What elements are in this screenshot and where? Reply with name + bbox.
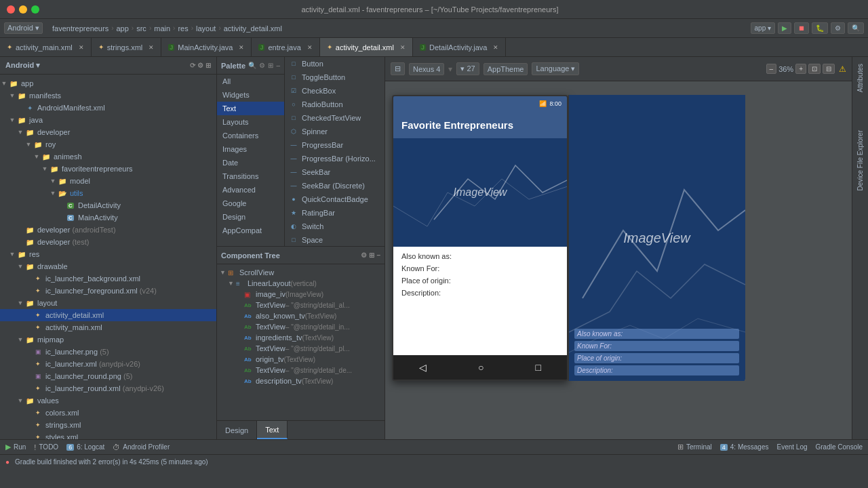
search-button[interactable]: 🔍 [848,22,864,34]
tree-item-androidtest[interactable]: 📁 developer (androidTest) [0,224,216,236]
profiler-tool-item[interactable]: ⏱ Android Profiler [113,443,170,451]
tree-item-fg[interactable]: ✦ ic_launcher_foreground.xml (v24) [0,285,216,297]
tab-detailactivity[interactable]: J DetailActivity.java ✕ [413,38,506,56]
messages-tool-item[interactable]: 4 4: Messages [720,443,769,451]
comp-item-image-iv[interactable]: ▣ image_iv (ImageView) [217,289,384,300]
tree-item-styles[interactable]: ✦ styles.xml [0,431,216,439]
breadcrumb-layout[interactable]: layout [196,24,216,33]
palette-cat-transitions[interactable]: Transitions [217,169,284,183]
tree-item-manifests[interactable]: ▼ 📁 manifests [0,89,216,102]
comp-item-textview-3[interactable]: Ab TextView – "@string/detail_pl... [217,343,384,354]
tree-item-bg[interactable]: ✦ ic_launcher_background.xml [0,272,216,285]
comp-item-also-known-tv[interactable]: Ab also_known_tv (TextView) [217,310,384,321]
breadcrumb-faventrepreneurs[interactable]: faventrepreneurs [52,24,108,33]
nav-recents-button[interactable]: □ [536,362,541,373]
nav-back-button[interactable]: ◁ [419,362,427,373]
palette-item-checkbox[interactable]: ☑ CheckBox [285,84,384,98]
run-app-button[interactable]: app ▾ [751,22,775,34]
close-tab-icon[interactable]: ✕ [149,44,154,51]
tree-item-favoriteentrepreneurs[interactable]: ▼ 📁 favoriteentrepreneurs [0,163,216,175]
terminal-tool-item[interactable]: ⊞ Terminal [677,443,712,451]
sync-icon[interactable]: ⟳ [190,62,195,69]
palette-item-progressbar-horizo[interactable]: — ProgressBar (Horizo... [285,152,384,165]
close-button[interactable] [7,5,15,14]
run-tool-item[interactable]: ▶ Run [5,443,26,451]
expand-icon[interactable]: ⊞ [205,62,211,69]
palette-item-seekbar[interactable]: — SeekBar [285,165,384,179]
nav-home-button[interactable]: ○ [478,362,484,373]
palette-item-button[interactable]: □ Button [285,57,384,70]
palette-item-checkedtextview[interactable]: □ CheckedTextView [285,111,384,125]
tree-item-test[interactable]: 📁 developer (test) [0,236,216,248]
palette-item-switch[interactable]: ◐ Switch [285,220,384,233]
comp-tree-settings-icon[interactable]: ⚙ [361,251,367,259]
tree-item-activity-main[interactable]: ✦ activity_main.xml [0,321,216,333]
tree-item-colors[interactable]: ✦ colors.xml [0,407,216,419]
comp-item-ingredients-tv[interactable]: Ab ingredients_tv (TextView) [217,332,384,343]
tree-item-java[interactable]: ▼ 📁 java [0,114,216,126]
event-log-tool-item[interactable]: Event Log [776,443,807,451]
palette-item-progressbar[interactable]: — ProgressBar [285,138,384,152]
tab-mainactivity[interactable]: J MainActivity.java ✕ [161,38,252,56]
todo-tool-item[interactable]: ! TODO [34,443,58,451]
comp-tree-minimize-icon[interactable]: – [376,251,380,259]
palette-cat-design[interactable]: Design [217,210,284,224]
tree-item-activity-detail[interactable]: ✦ activity_detail.xml [0,309,216,321]
palette-cat-text[interactable]: Text [217,102,284,115]
api-selector[interactable]: ▾ 27 [456,62,479,75]
palette-cat-images[interactable]: Images [217,142,284,156]
zoom-reset-button[interactable]: ⊟ [823,64,835,74]
close-tab-icon[interactable]: ✕ [493,44,498,51]
tree-item-mipmap[interactable]: ▼ 📁 mipmap [0,333,216,346]
settings-button[interactable]: ⚙ [831,22,845,34]
search-palette-icon[interactable]: 🔍 [248,62,256,69]
close-tab-icon[interactable]: ✕ [239,44,244,51]
tree-item-ic-launcher-round-xml[interactable]: ✦ ic_launcher_round.xml (anydpi-v26) [0,382,216,394]
logcat-tool-item[interactable]: 6 6: Logcat [66,443,104,451]
palette-cat-widgets[interactable]: Widgets [217,88,284,102]
palette-expand-icon[interactable]: ⊞ [268,62,273,69]
tab-design[interactable]: Design [217,421,257,439]
close-tab-icon[interactable]: ✕ [400,44,406,51]
gradle-console-tool-item[interactable]: Gradle Console [816,443,863,451]
tree-item-ic-launcher-xml[interactable]: ✦ ic_launcher.xml (anydpi-v26) [0,358,216,370]
comp-item-linearlayout[interactable]: ▼ ≡ LinearLayout (vertical) [217,278,384,289]
tree-item-strings[interactable]: ✦ strings.xml [0,419,216,431]
theme-selector[interactable]: AppTheme [484,63,528,75]
tree-item-animesh[interactable]: ▼ 📁 animesh [0,150,216,163]
comp-item-origin-tv[interactable]: Ab origin_tv (TextView) [217,354,384,365]
palette-item-spinner[interactable]: ⬡ Spinner [285,125,384,138]
tree-item-res[interactable]: ▼ 📁 res [0,248,216,260]
palette-settings-icon[interactable]: ⚙ [259,62,265,69]
minimize-button[interactable] [19,5,27,14]
tree-item-detailactivity[interactable]: C DetailActivity [0,199,216,211]
palette-cat-date[interactable]: Date [217,156,284,169]
comp-tree-expand-icon[interactable]: ⊞ [369,251,374,259]
breadcrumb-app[interactable]: app [117,24,129,33]
breadcrumb-file[interactable]: activity_detail.xml [224,24,282,33]
palette-item-seekbar-discrete[interactable]: — SeekBar (Discrete) [285,179,384,192]
palette-minimize-icon[interactable]: – [276,62,280,69]
debug-button[interactable]: 🐛 [812,22,828,34]
tree-item-androidmanifest[interactable]: ✦ AndroidManifest.xml [0,102,216,114]
palette-item-radiobutton[interactable]: ○ RadioButton [285,98,384,111]
tree-item-app[interactable]: ▼ 📁 app [0,77,216,89]
close-tab-icon[interactable]: ✕ [307,44,313,51]
gear-icon[interactable]: ⚙ [197,62,203,69]
tab-text[interactable]: Text [257,421,288,439]
tree-item-roy[interactable]: ▼ 📁 roy [0,138,216,150]
palette-cat-advanced[interactable]: Advanced [217,183,284,197]
comp-item-textview-1[interactable]: Ab TextView – "@string/detail_al... [217,300,384,310]
tree-item-layout[interactable]: ▼ 📁 layout [0,297,216,309]
language-selector[interactable]: Language ▾ [532,62,579,75]
stop-button[interactable]: ⏹ [794,22,809,34]
attributes-tab[interactable]: Attributes [855,60,865,96]
tree-item-drawable[interactable]: ▼ 📁 drawable [0,260,216,272]
tree-item-utils[interactable]: ▼ 📂 utils [0,187,216,199]
tab-activity-main[interactable]: ✦ activity_main.xml ✕ [0,38,92,56]
palette-cat-all[interactable]: All [217,75,284,88]
palette-item-space[interactable]: □ Space [285,233,384,246]
breadcrumb-src[interactable]: src [136,24,146,33]
comp-item-scrollview[interactable]: ▼ ⊞ ScrollView [217,267,384,278]
view-config-button[interactable]: ⊟ [391,62,405,75]
